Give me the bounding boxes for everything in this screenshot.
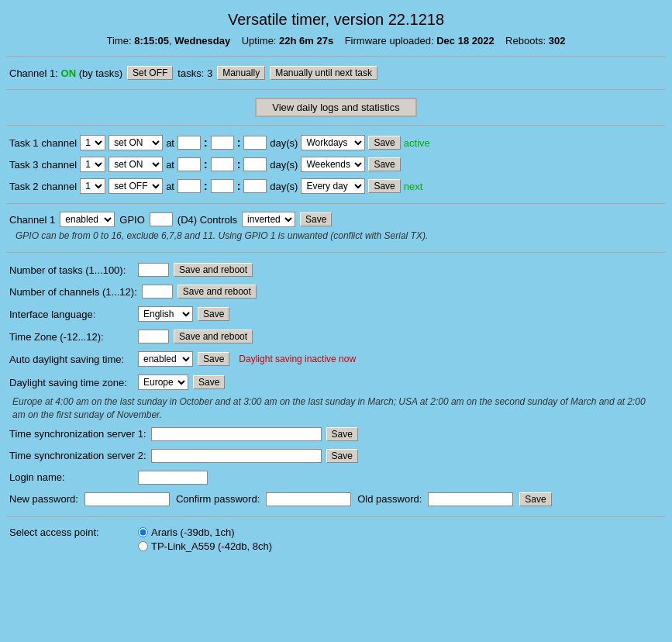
task1-min2[interactable]: 0	[243, 136, 267, 150]
ntp2-save-button[interactable]: Save	[326, 449, 358, 463]
settings-row-timezone: Time Zone (-12...12): 2 Save and reboot	[9, 326, 663, 347]
old-password-label: Old password:	[357, 493, 422, 505]
channel-note: (by tasks)	[79, 67, 122, 79]
ap-radio-1[interactable]	[138, 527, 148, 537]
login-input[interactable]: Araris	[138, 471, 208, 485]
ntp1-label: Time synchronization server 1:	[9, 428, 146, 440]
time-label: Time:	[107, 35, 132, 47]
confirm-password-input[interactable]	[266, 492, 351, 506]
timezone-label: Time Zone (-12...12):	[9, 331, 133, 343]
uptime-label: Uptime:	[242, 35, 277, 47]
manually-until-button[interactable]: Manually until next task	[270, 66, 377, 80]
tasks-count-input[interactable]: 3	[138, 263, 169, 277]
settings-row-daylight: Auto daylight saving time: enableddisabl…	[9, 347, 663, 371]
reboots-value: 302	[549, 35, 566, 47]
ap-options: Araris (-39db, 1ch) TP-Link_A559 (-42db,…	[138, 526, 272, 552]
task1-days-select[interactable]: WorkdaysWeekendsEvery day	[301, 135, 365, 150]
task1-action-select[interactable]: set ONset OFF	[109, 135, 163, 150]
task1-hour[interactable]: 7	[177, 136, 201, 150]
list-item: TP-Link_A559 (-42db, 8ch)	[138, 540, 272, 552]
channel-label: Channel 1: ON (by tasks)	[9, 67, 122, 79]
gpio-value-input[interactable]: 2	[150, 212, 173, 226]
app-title: Versatile timer, version 22.1218	[6, 11, 666, 29]
task3-id: Task 3	[9, 159, 39, 171]
task2-save-button[interactable]: Save	[368, 179, 400, 193]
settings-row-lang: Interface language: EnglishDeutschRussia…	[9, 302, 663, 326]
divider-3	[6, 125, 666, 126]
tasks-label: tasks: 3	[177, 67, 212, 79]
task1-min1[interactable]: 0	[211, 136, 234, 150]
task2-min1[interactable]: 0	[211, 179, 234, 193]
new-password-input[interactable]	[84, 492, 170, 506]
lang-select[interactable]: EnglishDeutschRussian	[138, 306, 193, 322]
lang-save-button[interactable]: Save	[198, 307, 229, 321]
settings-row-ntp1: Time synchronization server 1: 192.168.0…	[9, 423, 663, 445]
channel-row: Channel 1: ON (by tasks) Set OFF tasks: …	[6, 60, 666, 86]
gpio-controls-select[interactable]: invertednormal	[242, 212, 295, 227]
task2-min2[interactable]: 0	[243, 179, 267, 193]
task1-channel-select[interactable]: 123	[80, 135, 105, 150]
lang-label: Interface language:	[9, 309, 133, 320]
task3-channel-select[interactable]: 12	[80, 157, 105, 172]
password-save-button[interactable]: Save	[519, 492, 551, 506]
table-row: Task 3 channel 12 set ONset OFF at 8 : 0…	[9, 154, 663, 175]
task2-channel-select[interactable]: 12	[80, 178, 105, 194]
view-logs-button[interactable]: View daily logs and statistics	[255, 98, 417, 117]
dst-zone-label: Daylight saving time zone:	[9, 377, 133, 388]
ap-section: Select access point: Araris (-39db, 1ch)…	[6, 520, 666, 558]
gpio-channel-label: Channel 1	[9, 214, 55, 226]
uptime-value: 22h 6m 27s	[279, 35, 333, 47]
ntp1-save-button[interactable]: Save	[326, 427, 358, 441]
task3-hour[interactable]: 8	[177, 157, 201, 171]
settings-row-tasks: Number of tasks (1...100): 3 Save and re…	[9, 259, 663, 281]
ntp2-label: Time synchronization server 2:	[9, 450, 146, 461]
divider-4	[6, 203, 666, 204]
ap-label: Select access point:	[9, 526, 133, 538]
channels-count-input[interactable]: 1	[142, 285, 173, 299]
divider-5	[6, 252, 666, 253]
gpio-row: Channel 1 enableddisabled GPIO 2 (D4) Co…	[9, 212, 663, 227]
daylight-save-button[interactable]: Save	[198, 352, 229, 366]
task2-hour[interactable]: 21	[177, 179, 201, 193]
gpio-mode-select[interactable]: enableddisabled	[60, 212, 115, 227]
confirm-password-label: Confirm password:	[176, 493, 260, 505]
task3-save-button[interactable]: Save	[368, 157, 400, 171]
ntp1-input[interactable]: 192.168.0.1	[151, 427, 322, 441]
divider-6	[6, 516, 666, 517]
ap-row: Select access point: Araris (-39db, 1ch)…	[9, 524, 663, 554]
task3-days-select[interactable]: WeekendsWorkdaysEvery day	[301, 157, 365, 172]
task2-action-select[interactable]: set OFFset ON	[109, 178, 163, 194]
task1-save-button[interactable]: Save	[368, 136, 400, 150]
channels-save-reboot-button[interactable]: Save and reboot	[177, 285, 257, 299]
task2-days-select[interactable]: Every dayWorkdaysWeekends	[301, 178, 365, 194]
ap-radio-2[interactable]	[138, 541, 148, 551]
dst-zone-save-button[interactable]: Save	[193, 375, 225, 389]
task3-min1[interactable]: 0	[211, 157, 234, 171]
list-item: Araris (-39db, 1ch)	[138, 526, 272, 538]
dst-zone-select[interactable]: EuropeUSA	[138, 374, 188, 390]
firmware-value: Dec 18 2022	[436, 35, 494, 47]
table-row: Task 2 channel 12 set OFFset ON at 21 : …	[9, 175, 663, 197]
settings-row-login: Login name: Araris	[9, 467, 663, 488]
manually-button[interactable]: Manually	[217, 66, 265, 80]
timezone-input[interactable]: 2	[138, 330, 169, 343]
tasks-save-reboot-button[interactable]: Save and reboot	[174, 263, 253, 277]
dst-note: Europe at 4:00 am on the last sunday in …	[9, 394, 663, 423]
task1-status: active	[404, 137, 430, 149]
set-off-button[interactable]: Set OFF	[127, 66, 173, 80]
daylight-label: Auto daylight saving time:	[9, 354, 133, 365]
settings-section: Number of tasks (1...100): 3 Save and re…	[6, 256, 666, 513]
settings-row-password: New password: Confirm password: Old pass…	[9, 488, 663, 510]
gpio-save-button[interactable]: Save	[300, 212, 332, 226]
old-password-input[interactable]	[428, 492, 513, 506]
task3-min2[interactable]: 0	[243, 157, 267, 171]
ntp2-input[interactable]: 192.168.0.2	[151, 449, 322, 463]
timezone-save-reboot-button[interactable]: Save and reboot	[174, 330, 253, 343]
gpio-note: GPIO can be from 0 to 16, exclude 6,7,8 …	[9, 227, 663, 244]
new-password-label: New password:	[9, 493, 78, 505]
settings-row-dst-zone: Daylight saving time zone: EuropeUSA Sav…	[9, 371, 663, 394]
settings-row-channels: Number of channels (1...12): 1 Save and …	[9, 281, 663, 302]
main-container: Versatile timer, version 22.1218 Time: 8…	[0, 0, 672, 564]
task3-action-select[interactable]: set ONset OFF	[109, 157, 163, 172]
daylight-select[interactable]: enableddisabled	[138, 351, 193, 367]
